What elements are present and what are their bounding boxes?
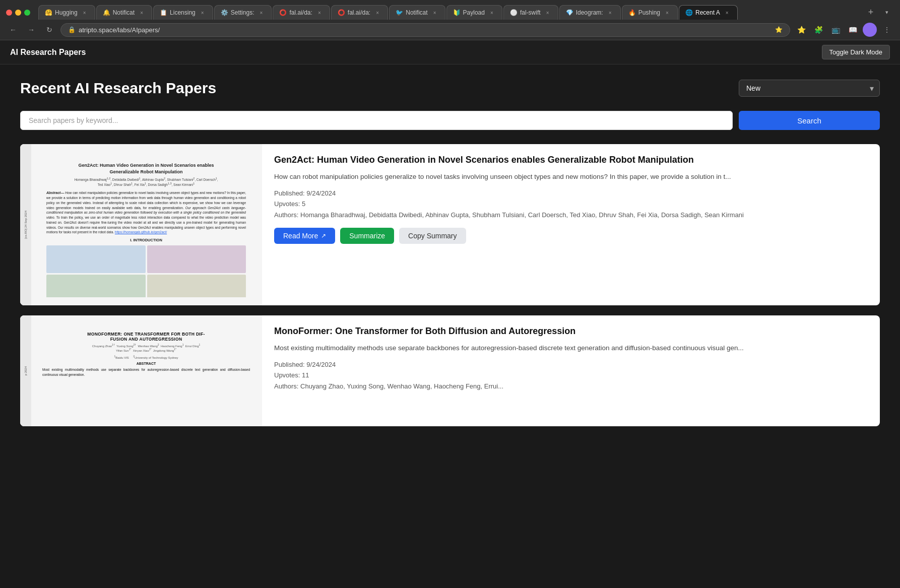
browser-tab-notif2[interactable]: 🐦 Notificat ×: [389, 5, 445, 20]
back-button[interactable]: ←: [6, 23, 20, 37]
browser-tab-settings[interactable]: ⚙️ Settings: ×: [214, 5, 272, 20]
paper-summary-mono: Most existing multimodality methods use …: [274, 343, 868, 353]
toggle-dark-mode-button[interactable]: Toggle Dark Mode: [822, 45, 890, 59]
browser-tab-payload[interactable]: 🔰 Payload ×: [446, 5, 502, 20]
tab-close-button[interactable]: ×: [257, 9, 265, 17]
browser-tab-licensing[interactable]: 📋 Licensing ×: [153, 5, 213, 20]
paper-title-mono: MonoFormer: One Transformer for Both Dif…: [274, 325, 868, 337]
app-header: AI Research Papers Toggle Dark Mode: [0, 40, 900, 64]
img-cell: [46, 245, 146, 273]
paper-authors-mono: Authors: Chuyang Zhao, Yuxing Song, Wenh…: [274, 382, 868, 391]
paper-summary: How can robot manipulation policies gene…: [274, 172, 868, 182]
copy-summary-button[interactable]: Copy Summary: [399, 228, 466, 244]
tab-close-button[interactable]: ×: [81, 9, 89, 17]
search-input[interactable]: [20, 111, 733, 130]
tab-favicon: 🐦: [396, 9, 403, 16]
tab-title: Payload: [463, 9, 485, 16]
tab-close-button[interactable]: ×: [723, 9, 731, 17]
section-title: I. INTRODUCTION: [46, 238, 246, 243]
browser-tab-notif1[interactable]: 🔔 Notificat ×: [96, 5, 152, 20]
tab-close-button[interactable]: ×: [138, 9, 146, 17]
tab-list-button[interactable]: ▾: [880, 6, 894, 20]
sidebar-text: p 2024: [24, 366, 27, 375]
read-more-button[interactable]: Read More ↗: [274, 228, 335, 244]
tab-title: Pushing: [638, 9, 660, 16]
tab-title: Hugging: [55, 9, 78, 16]
address-bar[interactable]: 🔒 atripto.space/labs/AIpapers/ ⭐: [60, 23, 790, 37]
tab-close-button[interactable]: ×: [199, 9, 207, 17]
tab-title: fal.ai/da:: [348, 9, 370, 16]
external-link-icon: ↗: [321, 232, 326, 239]
tabs-bar: 🤗 Hugging × 🔔 Notificat × 📋 Licensing × …: [38, 5, 858, 20]
maximize-window-button[interactable]: [24, 10, 30, 16]
paper-preview-gen2act: [cs.RO] 24 Sep 2024 Gen2Act: Human Video…: [20, 144, 262, 305]
paper-title: Gen2Act: Human Video Generation in Novel…: [274, 154, 868, 166]
close-window-button[interactable]: [6, 10, 12, 16]
tab-favicon: ⭕: [338, 9, 345, 16]
search-row: Search: [20, 111, 880, 130]
paper-actions: Read More ↗ Summarize Copy Summary: [274, 228, 868, 244]
img-cell: [46, 275, 146, 297]
monoformer-preview-inner: MonoFormer: One Transformer for Both Dif…: [36, 323, 256, 381]
paper-info-monoformer: MonoFormer: One Transformer for Both Dif…: [262, 315, 880, 426]
tab-close-button[interactable]: ×: [663, 9, 671, 17]
cast-icon[interactable]: 📺: [828, 23, 843, 37]
tab-favicon: 🌐: [685, 9, 692, 16]
tab-title: Recent A: [695, 9, 720, 16]
new-tab-button[interactable]: +: [864, 6, 878, 20]
paper-authors: Authors: Homanga Bharadhwaj, Debidatta D…: [274, 211, 868, 220]
tab-close-button[interactable]: ×: [373, 9, 381, 17]
paper-upvotes-mono: Upvotes: 11: [274, 371, 868, 379]
browser-tab-recent[interactable]: 🌐 Recent A ×: [679, 5, 738, 20]
tab-title: Settings:: [231, 9, 254, 16]
sort-select[interactable]: New Top Trending: [739, 80, 880, 97]
reload-button[interactable]: ↻: [42, 23, 56, 37]
tab-title: Notificat: [113, 9, 135, 16]
browser-chrome: 🤗 Hugging × 🔔 Notificat × 📋 Licensing × …: [0, 0, 900, 40]
paper-preview-inner: Gen2Act: Human Video Generation in Novel…: [36, 152, 256, 297]
tab-favicon: 📋: [160, 9, 167, 16]
tab-close-button[interactable]: ×: [315, 9, 324, 17]
bookmark-icon[interactable]: ⭐: [794, 23, 808, 37]
browser-tab-fal-da2[interactable]: ⭕ fal.ai/da: ×: [331, 5, 388, 20]
browser-tab-pushing[interactable]: 🔥 Pushing ×: [622, 5, 678, 20]
paper-preview-monoformer: p 2024 MonoFormer: One Transformer for B…: [20, 315, 262, 426]
paper-card: [cs.RO] 24 Sep 2024 Gen2Act: Human Video…: [20, 144, 880, 305]
paper-published: Published: 9/24/2024: [274, 189, 868, 197]
browser-tab-hugging[interactable]: 🤗 Hugging ×: [38, 5, 95, 20]
preview-title-mono: MonoFormer: One Transformer for Both Dif…: [42, 332, 250, 342]
minimize-window-button[interactable]: [15, 10, 21, 16]
url-display: atripto.space/labs/AIpapers/: [79, 26, 772, 34]
reader-icon[interactable]: 📖: [846, 23, 860, 37]
tab-close-button[interactable]: ×: [431, 9, 439, 17]
menu-icon[interactable]: ⋮: [880, 23, 894, 37]
paper-published-mono: Published: 9/24/2024: [274, 361, 868, 368]
tab-title: Ideogram:: [576, 9, 603, 16]
tab-favicon: 💎: [566, 9, 573, 16]
browser-tab-fal-swift[interactable]: ⚪ fal-swift ×: [503, 5, 558, 20]
tab-favicon: ⚙️: [221, 9, 228, 16]
tab-close-button[interactable]: ×: [488, 9, 496, 17]
tab-close-button[interactable]: ×: [606, 9, 614, 17]
paper-upvotes: Upvotes: 5: [274, 200, 868, 208]
sidebar-label: p 2024: [20, 315, 31, 426]
abstract-head: Abstract: [42, 362, 250, 365]
search-button[interactable]: Search: [739, 111, 880, 130]
tab-title: Licensing: [170, 9, 196, 16]
profile-icon[interactable]: [863, 23, 877, 37]
browser-toolbar: ← → ↻ 🔒 atripto.space/labs/AIpapers/ ⭐ ⭐…: [0, 20, 900, 40]
sort-select-wrapper: New Top Trending: [739, 80, 880, 97]
browser-tab-fal-da[interactable]: ⭕ fal.ai/da: ×: [273, 5, 330, 20]
paper-card-monoformer: p 2024 MonoFormer: One Transformer for B…: [20, 315, 880, 426]
paper-preview-content: Gen2Act: Human Video Generation in Novel…: [31, 144, 262, 305]
preview-authors-mono: Chuyang Zhao1† Yuxing Song2† Wenhao Wang…: [42, 343, 250, 352]
tab-favicon: 🔰: [453, 9, 460, 16]
forward-button[interactable]: →: [24, 23, 38, 37]
tab-favicon: 🔥: [628, 9, 635, 16]
summarize-button[interactable]: Summarize: [340, 228, 394, 244]
browser-tab-ideogram[interactable]: 💎 Ideogram: ×: [559, 5, 621, 20]
extension-icon[interactable]: 🧩: [811, 23, 825, 37]
tab-close-button[interactable]: ×: [544, 9, 552, 17]
tab-favicon: ⚪: [510, 9, 517, 16]
sidebar-label: [cs.RO] 24 Sep 2024: [20, 144, 31, 305]
